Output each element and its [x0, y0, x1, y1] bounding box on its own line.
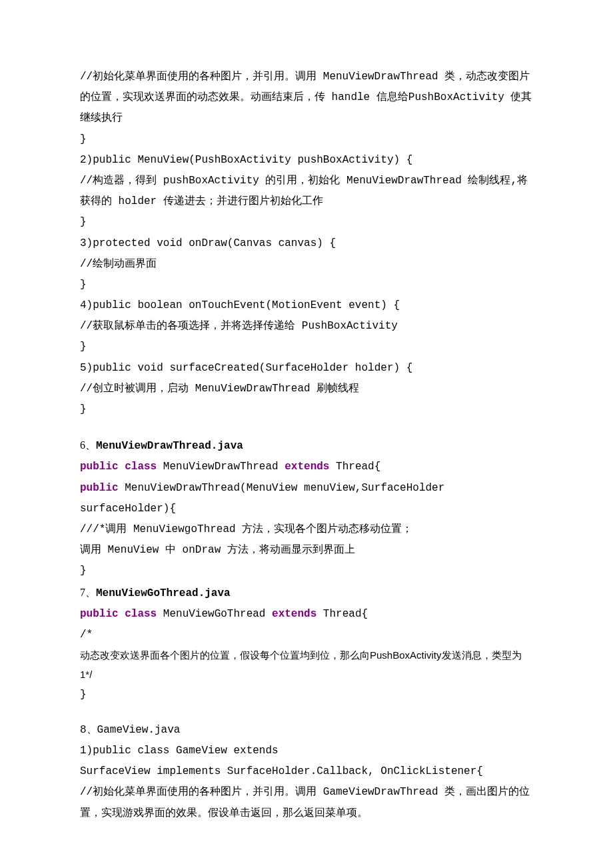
keyword-extends: extends	[272, 608, 316, 620]
classname-6: MenuViewDrawThread	[157, 461, 285, 473]
comment-line-6d: 调用 MenuView 中 onDraw 方法，将动画显示到界面上	[80, 540, 533, 561]
code-brace: }	[80, 561, 533, 581]
code-line-2: 2)public MenuView(PushBoxActivity pushBo…	[80, 150, 533, 171]
comment-line-2: //构造器，得到 pushBoxActivity 的引用，初始化 MenuVie…	[80, 171, 533, 212]
comment-line-5: //创立时被调用，启动 MenuViewDrawThread 刷帧线程	[80, 379, 533, 399]
code-line-8b: 1)public class GameView extends	[80, 741, 533, 761]
keyword-public-class: public class	[80, 608, 157, 620]
ctor-6b: MenuViewDrawThread(MenuView menuView,Sur…	[80, 482, 444, 515]
comment-block-1: //初始化菜单界面使用的各种图片，并引用。调用 MenuViewDrawThre…	[80, 67, 533, 129]
comment-line-6c: ///*调用 MenuViewgoThread 方法，实现各个图片动态移动位置；	[80, 519, 533, 540]
num-7: 7、	[80, 587, 96, 598]
comment-line-4: //获取鼠标单击的各项选择，并将选择传递给 PushBoxActivity	[80, 316, 533, 337]
code-line-8c: SurfaceView implements SurfaceHolder.Cal…	[80, 761, 533, 782]
code-line-6a: public class MenuViewDrawThread extends …	[80, 457, 533, 477]
section-7-heading: 7、MenuViewGoThread.java	[80, 582, 533, 604]
comment-open-7: /*	[80, 625, 533, 645]
code-brace: }	[80, 275, 533, 295]
section-8-heading: 8、GameView.java	[80, 720, 533, 741]
keyword-public: public	[80, 482, 119, 494]
keyword-extends: extends	[285, 461, 329, 473]
code-line-6b: public MenuViewDrawThread(MenuView menuV…	[80, 478, 533, 519]
title-6: MenuViewDrawThread.java	[96, 440, 243, 452]
document-page: //初始化菜单界面使用的各种图片，并引用。调用 MenuViewDrawThre…	[0, 0, 613, 868]
comment-line-8d: //初始化菜单界面使用的各种图片，并引用。调用 GameViewDrawThre…	[80, 782, 533, 823]
comment-line-3: //绘制动画界面	[80, 254, 533, 275]
classname-7: MenuViewGoThread	[157, 608, 272, 620]
code-brace: }	[80, 685, 533, 705]
title-7: MenuViewGoThread.java	[96, 587, 231, 599]
post-7a: Thread{	[316, 608, 368, 620]
code-line-3: 3)protected void onDraw(Canvas canvas) {	[80, 233, 533, 254]
keyword-public-class: public class	[80, 461, 157, 473]
code-line-4: 4)public boolean onTouchEvent(MotionEven…	[80, 295, 533, 316]
post-6a: Thread{	[329, 461, 380, 473]
code-brace: }	[80, 337, 533, 357]
comment-body-7: 动态改变欢送界面各个图片的位置，假设每个位置均到位，那么向PushBoxActi…	[80, 645, 533, 685]
code-line-5: 5)public void surfaceCreated(SurfaceHold…	[80, 358, 533, 379]
code-line-7a: public class MenuViewGoThread extends Th…	[80, 604, 533, 625]
code-brace: }	[80, 212, 533, 233]
code-brace: }	[80, 129, 533, 150]
num-6: 6、	[80, 439, 96, 451]
section-6-heading: 6、MenuViewDrawThread.java	[80, 435, 533, 457]
code-brace: }	[80, 399, 533, 420]
